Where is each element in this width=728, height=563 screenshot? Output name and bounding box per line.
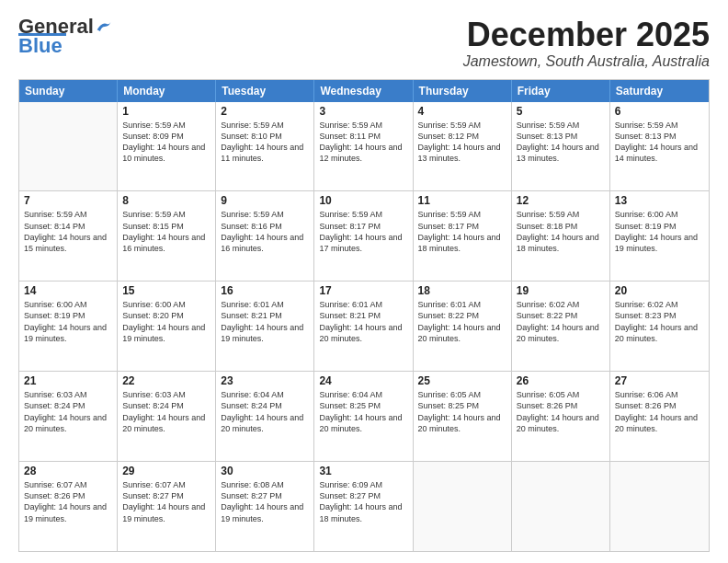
day-info: Sunrise: 5:59 AMSunset: 8:17 PMDaylight:… bbox=[418, 209, 506, 254]
day-info: Sunrise: 6:00 AMSunset: 8:19 PMDaylight:… bbox=[615, 209, 704, 254]
day-number: 9 bbox=[221, 194, 309, 207]
day-number: 11 bbox=[418, 194, 506, 207]
day-info: Sunrise: 6:08 AMSunset: 8:27 PMDaylight:… bbox=[221, 479, 309, 524]
day-number: 25 bbox=[418, 374, 506, 387]
day-number: 12 bbox=[517, 194, 605, 207]
day-number: 27 bbox=[615, 374, 704, 387]
calendar-cell: 29Sunrise: 6:07 AMSunset: 8:27 PMDayligh… bbox=[118, 462, 216, 551]
logo: General Blue bbox=[18, 17, 112, 58]
day-number: 16 bbox=[221, 284, 309, 297]
calendar-row: 7Sunrise: 5:59 AMSunset: 8:14 PMDaylight… bbox=[19, 191, 709, 282]
day-info: Sunrise: 5:59 AMSunset: 8:11 PMDaylight:… bbox=[319, 120, 407, 165]
day-number: 22 bbox=[122, 374, 210, 387]
calendar-cell: 15Sunrise: 6:00 AMSunset: 8:20 PMDayligh… bbox=[118, 282, 216, 371]
logo-bird-icon bbox=[96, 20, 112, 33]
day-info: Sunrise: 6:02 AMSunset: 8:23 PMDaylight:… bbox=[615, 299, 704, 344]
day-info: Sunrise: 5:59 AMSunset: 8:13 PMDaylight:… bbox=[517, 120, 605, 165]
calendar-cell: 14Sunrise: 6:00 AMSunset: 8:19 PMDayligh… bbox=[19, 282, 118, 371]
calendar-cell: 21Sunrise: 6:03 AMSunset: 8:24 PMDayligh… bbox=[19, 372, 118, 461]
title-section: December 2025 Jamestown, South Australia… bbox=[463, 17, 710, 70]
day-number: 5 bbox=[517, 105, 605, 118]
day-number: 3 bbox=[319, 105, 407, 118]
calendar-cell: 1Sunrise: 5:59 AMSunset: 8:09 PMDaylight… bbox=[118, 102, 216, 191]
day-info: Sunrise: 5:59 AMSunset: 8:17 PMDaylight:… bbox=[319, 209, 407, 254]
day-info: Sunrise: 6:03 AMSunset: 8:24 PMDaylight:… bbox=[24, 389, 112, 434]
day-info: Sunrise: 5:59 AMSunset: 8:16 PMDaylight:… bbox=[221, 209, 309, 254]
calendar-cell: 20Sunrise: 6:02 AMSunset: 8:23 PMDayligh… bbox=[610, 282, 709, 371]
calendar-row: 28Sunrise: 6:07 AMSunset: 8:26 PMDayligh… bbox=[19, 462, 709, 551]
day-info: Sunrise: 6:05 AMSunset: 8:25 PMDaylight:… bbox=[418, 389, 506, 434]
day-info: Sunrise: 5:59 AMSunset: 8:15 PMDaylight:… bbox=[122, 209, 210, 254]
day-info: Sunrise: 6:06 AMSunset: 8:26 PMDaylight:… bbox=[615, 389, 704, 434]
day-number: 17 bbox=[319, 284, 407, 297]
calendar-cell: 23Sunrise: 6:04 AMSunset: 8:24 PMDayligh… bbox=[216, 372, 314, 461]
day-info: Sunrise: 6:00 AMSunset: 8:19 PMDaylight:… bbox=[24, 299, 112, 344]
calendar-cell: 22Sunrise: 6:03 AMSunset: 8:24 PMDayligh… bbox=[118, 372, 216, 461]
header: General Blue December 2025 Jamestown, So… bbox=[18, 17, 710, 70]
header-monday: Monday bbox=[118, 80, 216, 102]
day-info: Sunrise: 5:59 AMSunset: 8:13 PMDaylight:… bbox=[615, 120, 704, 165]
day-info: Sunrise: 6:01 AMSunset: 8:21 PMDaylight:… bbox=[319, 299, 407, 344]
day-info: Sunrise: 6:00 AMSunset: 8:20 PMDaylight:… bbox=[122, 299, 210, 344]
day-info: Sunrise: 5:59 AMSunset: 8:18 PMDaylight:… bbox=[517, 209, 605, 254]
calendar-cell bbox=[512, 462, 610, 551]
calendar-cell: 30Sunrise: 6:08 AMSunset: 8:27 PMDayligh… bbox=[216, 462, 314, 551]
day-number: 2 bbox=[221, 105, 309, 118]
page: General Blue December 2025 Jamestown, So… bbox=[0, 0, 728, 563]
day-number: 31 bbox=[319, 465, 407, 477]
day-number: 29 bbox=[122, 465, 210, 477]
day-number: 28 bbox=[24, 465, 112, 477]
day-number: 20 bbox=[615, 284, 704, 297]
day-number: 13 bbox=[615, 194, 704, 207]
day-info: Sunrise: 5:59 AMSunset: 8:14 PMDaylight:… bbox=[24, 209, 112, 254]
main-title: December 2025 bbox=[463, 17, 710, 53]
day-number: 8 bbox=[122, 194, 210, 207]
day-number: 23 bbox=[221, 374, 309, 387]
day-number: 1 bbox=[122, 105, 210, 118]
calendar-cell: 4Sunrise: 5:59 AMSunset: 8:12 PMDaylight… bbox=[414, 102, 512, 191]
calendar-cell: 5Sunrise: 5:59 AMSunset: 8:13 PMDaylight… bbox=[512, 102, 610, 191]
logo-blue-text: Blue bbox=[18, 34, 63, 58]
day-number: 18 bbox=[418, 284, 506, 297]
calendar-row: 14Sunrise: 6:00 AMSunset: 8:19 PMDayligh… bbox=[19, 282, 709, 372]
calendar-cell: 13Sunrise: 6:00 AMSunset: 8:19 PMDayligh… bbox=[610, 191, 709, 281]
calendar-cell: 11Sunrise: 5:59 AMSunset: 8:17 PMDayligh… bbox=[414, 191, 512, 281]
day-number: 15 bbox=[122, 284, 210, 297]
calendar-cell bbox=[19, 102, 118, 191]
day-info: Sunrise: 6:07 AMSunset: 8:26 PMDaylight:… bbox=[24, 479, 112, 524]
calendar-cell: 19Sunrise: 6:02 AMSunset: 8:22 PMDayligh… bbox=[512, 282, 610, 371]
calendar-row: 21Sunrise: 6:03 AMSunset: 8:24 PMDayligh… bbox=[19, 372, 709, 462]
calendar-cell: 27Sunrise: 6:06 AMSunset: 8:26 PMDayligh… bbox=[610, 372, 709, 461]
calendar-cell: 31Sunrise: 6:09 AMSunset: 8:27 PMDayligh… bbox=[314, 462, 413, 551]
header-thursday: Thursday bbox=[414, 80, 512, 102]
header-friday: Friday bbox=[512, 80, 610, 102]
day-info: Sunrise: 6:01 AMSunset: 8:21 PMDaylight:… bbox=[221, 299, 309, 344]
calendar-cell: 28Sunrise: 6:07 AMSunset: 8:26 PMDayligh… bbox=[19, 462, 118, 551]
header-saturday: Saturday bbox=[610, 80, 709, 102]
calendar-cell: 17Sunrise: 6:01 AMSunset: 8:21 PMDayligh… bbox=[314, 282, 413, 371]
day-number: 10 bbox=[319, 194, 407, 207]
calendar-cell: 10Sunrise: 5:59 AMSunset: 8:17 PMDayligh… bbox=[314, 191, 413, 281]
day-info: Sunrise: 5:59 AMSunset: 8:10 PMDaylight:… bbox=[221, 120, 309, 165]
calendar-cell: 18Sunrise: 6:01 AMSunset: 8:22 PMDayligh… bbox=[414, 282, 512, 371]
calendar-cell: 16Sunrise: 6:01 AMSunset: 8:21 PMDayligh… bbox=[216, 282, 314, 371]
calendar-cell: 8Sunrise: 5:59 AMSunset: 8:15 PMDaylight… bbox=[118, 191, 216, 281]
day-info: Sunrise: 5:59 AMSunset: 8:09 PMDaylight:… bbox=[122, 120, 210, 165]
day-info: Sunrise: 6:05 AMSunset: 8:26 PMDaylight:… bbox=[517, 389, 605, 434]
calendar-cell: 2Sunrise: 5:59 AMSunset: 8:10 PMDaylight… bbox=[216, 102, 314, 191]
day-info: Sunrise: 5:59 AMSunset: 8:12 PMDaylight:… bbox=[418, 120, 506, 165]
day-number: 21 bbox=[24, 374, 112, 387]
day-number: 7 bbox=[24, 194, 112, 207]
day-info: Sunrise: 6:03 AMSunset: 8:24 PMDaylight:… bbox=[122, 389, 210, 434]
day-info: Sunrise: 6:02 AMSunset: 8:22 PMDaylight:… bbox=[517, 299, 605, 344]
calendar-header: Sunday Monday Tuesday Wednesday Thursday… bbox=[19, 80, 709, 102]
day-number: 26 bbox=[517, 374, 605, 387]
calendar-cell: 24Sunrise: 6:04 AMSunset: 8:25 PMDayligh… bbox=[314, 372, 413, 461]
day-number: 30 bbox=[221, 465, 309, 477]
calendar-cell: 26Sunrise: 6:05 AMSunset: 8:26 PMDayligh… bbox=[512, 372, 610, 461]
day-info: Sunrise: 6:04 AMSunset: 8:25 PMDaylight:… bbox=[319, 389, 407, 434]
calendar-cell bbox=[610, 462, 709, 551]
calendar-cell: 25Sunrise: 6:05 AMSunset: 8:25 PMDayligh… bbox=[414, 372, 512, 461]
header-sunday: Sunday bbox=[19, 80, 118, 102]
day-number: 19 bbox=[517, 284, 605, 297]
